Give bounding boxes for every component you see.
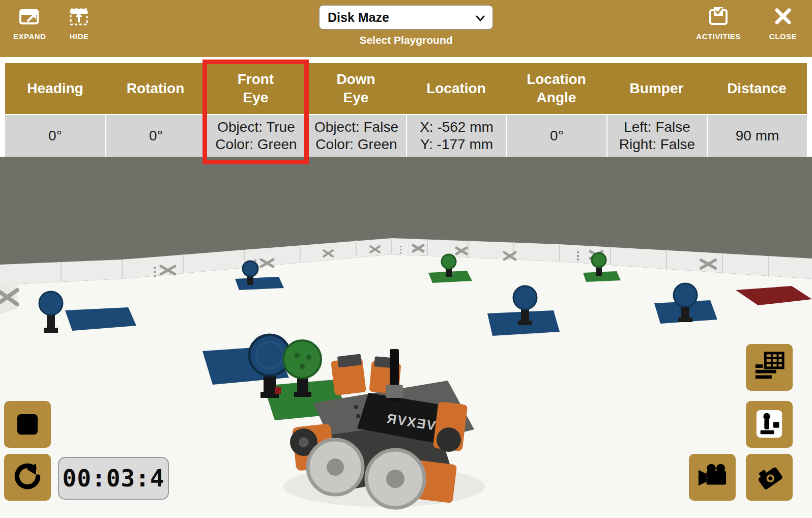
- cell-location-angle: 0°: [506, 114, 606, 157]
- stop-icon: [17, 414, 38, 435]
- reset-icon: [12, 462, 43, 494]
- expand-label: EXPAND: [13, 32, 46, 41]
- stop-button[interactable]: [4, 401, 51, 448]
- video-camera-button[interactable]: [689, 454, 736, 501]
- cell-location: X: -562 mm Y: -177 mm: [406, 114, 506, 157]
- timer-display: 00:03:4: [58, 457, 169, 500]
- expand-button[interactable]: EXPAND: [13, 6, 46, 41]
- expand-icon: [19, 6, 40, 28]
- column-header-location: Location: [406, 63, 506, 114]
- cell-heading: 0°: [5, 114, 105, 157]
- cell-front-eye: Object: True Color: Green: [206, 114, 306, 157]
- robot-view-icon: [753, 408, 785, 441]
- sensor-table: Heading Rotation Front Eye Down Eye Loca…: [5, 63, 807, 157]
- column-header-location-angle: Location Angle: [506, 63, 606, 114]
- close-label: CLOSE: [769, 32, 797, 41]
- toolbar-right-group: ACTIVITIES CLOSE: [683, 0, 812, 41]
- camera-angle-button[interactable]: [746, 454, 793, 501]
- activities-label: ACTIVITIES: [696, 32, 741, 41]
- cell-rotation: 0°: [105, 114, 206, 157]
- robot-view-button[interactable]: [746, 401, 793, 448]
- dashboard-icon: [753, 351, 785, 384]
- activities-button[interactable]: ACTIVITIES: [696, 6, 741, 41]
- column-header-bumper: Bumper: [606, 63, 707, 114]
- close-button[interactable]: CLOSE: [769, 6, 797, 41]
- column-header-heading: Heading: [5, 63, 105, 114]
- top-toolbar: EXPAND HIDE Disk Maze: [0, 0, 812, 57]
- reset-button[interactable]: [4, 454, 51, 501]
- hide-label: HIDE: [69, 32, 89, 41]
- toolbar-left-group: EXPAND HIDE: [0, 0, 103, 41]
- close-icon: [774, 6, 792, 28]
- activities-icon: [708, 6, 729, 28]
- column-header-distance: Distance: [707, 63, 807, 114]
- column-header-front-eye: Front Eye: [206, 63, 306, 114]
- hide-button[interactable]: HIDE: [68, 6, 90, 41]
- column-header-rotation: Rotation: [105, 63, 206, 114]
- camera-angle-icon: [753, 461, 785, 494]
- hide-icon: [68, 6, 90, 28]
- column-header-down-eye: Down Eye: [306, 63, 406, 114]
- cell-down-eye: Object: False Color: Green: [306, 114, 406, 157]
- dashboard-toggle-button[interactable]: [746, 344, 793, 391]
- sensor-dashboard: Heading Rotation Front Eye Down Eye Loca…: [5, 63, 807, 157]
- playground-selector: Disk Maze Select Playground: [319, 5, 493, 46]
- cell-distance: 90 mm: [707, 114, 807, 157]
- video-camera-icon: [697, 461, 728, 494]
- playground-select[interactable]: Disk Maze: [319, 5, 493, 30]
- select-playground-label: Select Playground: [359, 34, 452, 46]
- cell-bumper: Left: False Right: False: [606, 114, 707, 157]
